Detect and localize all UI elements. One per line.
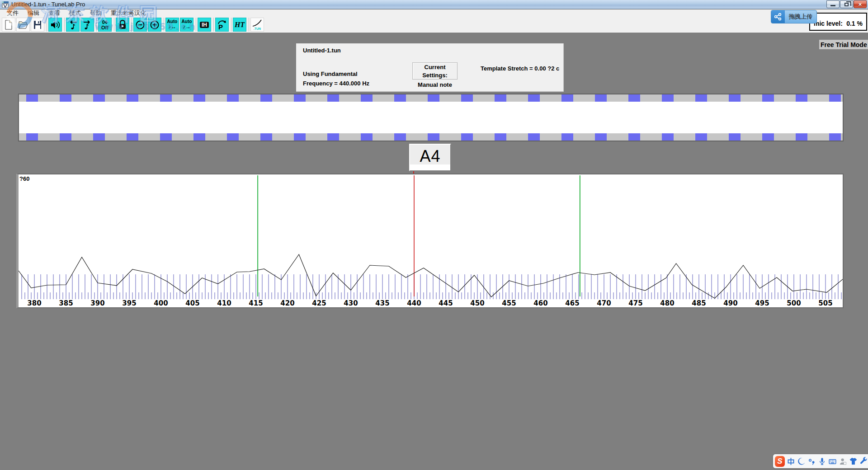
phase-display	[18, 94, 844, 141]
using-fundamental-label: Using Fundamental	[303, 70, 358, 77]
menu-item-view[interactable]: 查看	[44, 9, 64, 17]
menu-item-localization[interactable]: 重庆老蒋汉化	[107, 9, 150, 17]
auto-note-up-button[interactable]: Auto♪→	[180, 18, 193, 32]
auto-note-both-button[interactable]: Auto♪↔	[165, 18, 179, 32]
historical-temperament-button[interactable]: HT	[233, 18, 246, 32]
sound-on-off-button[interactable]	[48, 18, 62, 32]
shirt-icon[interactable]	[849, 456, 858, 467]
axis-label-455: 455	[502, 299, 516, 307]
axis-label-410: 410	[217, 299, 231, 307]
close-button[interactable]: ×	[854, 0, 867, 8]
axis-label-395: 395	[122, 299, 136, 307]
toolbar-separator	[132, 18, 132, 32]
spectrum-plot: 3803853903954004054104154204254304354404…	[19, 174, 843, 307]
phase-dashes-bottom	[19, 133, 843, 141]
free-trial-banner: Free Trial Mode	[819, 40, 868, 49]
axis-label-470: 470	[597, 299, 611, 307]
file-name-label: Untitled-1.tun	[303, 47, 341, 54]
restore-icon	[844, 3, 849, 6]
punctuation-icon[interactable]	[807, 456, 816, 467]
menu-item-mode[interactable]: 模式	[65, 9, 85, 17]
axis-label-380: 380	[27, 299, 41, 307]
toolbar-separator	[231, 18, 231, 32]
svg-text:P: P	[218, 23, 223, 31]
manual-note-label: Manual note	[412, 81, 458, 88]
close-icon: ×	[859, 1, 862, 8]
axis-label-385: 385	[59, 299, 73, 307]
mic-level-indicator: mic level: 0.1 %	[809, 13, 867, 31]
inharmonicity-button[interactable]: IH	[198, 18, 211, 32]
toolbar-separator	[249, 18, 249, 32]
moon-icon[interactable]	[797, 456, 806, 467]
axis-label-450: 450	[470, 299, 484, 307]
axis-label-415: 415	[249, 299, 263, 307]
toolbar-separator	[196, 18, 196, 32]
axis-label-505: 505	[818, 299, 832, 307]
window-title: Untitled-1.tun - TuneLab Pro	[11, 1, 85, 8]
restore-button[interactable]	[840, 0, 853, 8]
template-stretch-label: Template Stretch = 0.00 ?2 c	[481, 65, 559, 72]
axis-label-400: 400	[154, 299, 168, 307]
frequency-label: Frequency = 440.000 Hz	[303, 80, 369, 87]
toolbar-separator	[96, 18, 97, 32]
axis-label-460: 460	[533, 299, 547, 307]
toolbar-separator	[213, 18, 214, 32]
zoom-in-button[interactable]	[148, 18, 161, 32]
toolbar-separator	[164, 18, 164, 32]
axis-label-420: 420	[280, 299, 294, 307]
menu-bar: 文件编辑查看模式帮助重庆老蒋汉化	[0, 9, 868, 17]
axis-label-390: 390	[90, 299, 104, 307]
axis-label-475: 475	[628, 299, 642, 307]
new-file-button[interactable]	[2, 18, 15, 32]
toolbar: 0¢OffAuto♪↔Auto♪→IHPHT.TUN	[0, 17, 868, 33]
current-settings-box: Current Settings:	[412, 62, 458, 80]
minimize-icon	[830, 5, 835, 6]
save-file-button[interactable]	[31, 18, 44, 32]
tuning-curve-button[interactable]: .TUN	[250, 18, 264, 32]
axis-label-500: 500	[787, 299, 801, 307]
toolbar-separator	[114, 18, 114, 32]
drag-upload-label: 拖拽上传	[785, 13, 816, 21]
mic-icon[interactable]	[818, 456, 826, 467]
drag-upload-button[interactable]: 拖拽上传	[771, 10, 817, 24]
axis-label-495: 495	[755, 299, 769, 307]
axis-label-435: 435	[375, 299, 389, 307]
axis-label-445: 445	[439, 299, 453, 307]
mic-level-value: 0.1 %	[846, 20, 863, 27]
current-settings-line1: Current	[413, 63, 457, 71]
tuning-info-panel: Untitled-1.tun Using Fundamental Frequen…	[296, 43, 564, 92]
current-note-label: A4	[420, 147, 440, 166]
minimize-button[interactable]	[826, 0, 840, 8]
axis-label-490: 490	[723, 299, 737, 307]
keyboard-icon[interactable]	[828, 456, 837, 467]
sogou-logo[interactable]: S	[775, 456, 785, 467]
note-up-button[interactable]	[80, 18, 94, 32]
app-icon	[2, 1, 9, 8]
menu-item-help[interactable]: 帮助	[86, 9, 106, 17]
title-bar: Untitled-1.tun - TuneLab Pro ×	[0, 0, 868, 9]
menu-item-edit[interactable]: 编辑	[24, 9, 43, 17]
chinese-mode-icon[interactable]	[787, 456, 795, 467]
note-down-button[interactable]	[66, 18, 80, 32]
input-method-tray: S	[773, 454, 868, 468]
toolbar-separator	[64, 18, 65, 32]
mic-level-label: mic level:	[814, 20, 843, 27]
open-file-button[interactable]	[16, 18, 30, 32]
spectrum-display: ?60 380385390395400405410415420425430435…	[16, 174, 844, 308]
axis-label-430: 430	[344, 299, 358, 307]
wrench-icon[interactable]	[859, 456, 868, 467]
axis-label-480: 480	[660, 299, 674, 307]
offset-button[interactable]: 0¢Off	[98, 18, 112, 32]
axis-label-405: 405	[185, 299, 199, 307]
current-note-display[interactable]: A4	[409, 144, 451, 171]
toolbar-separator	[47, 18, 47, 32]
zoom-out-button[interactable]	[133, 18, 147, 32]
pitch-raise-button[interactable]: P	[215, 18, 229, 32]
phase-dashes-top	[19, 94, 843, 102]
lock-button[interactable]	[116, 18, 129, 32]
axis-label-425: 425	[312, 299, 326, 307]
axis-label-440: 440	[407, 299, 421, 307]
person-icon[interactable]	[839, 456, 847, 467]
menu-item-file[interactable]: 文件	[3, 9, 23, 17]
share-nodes-icon	[771, 10, 785, 24]
